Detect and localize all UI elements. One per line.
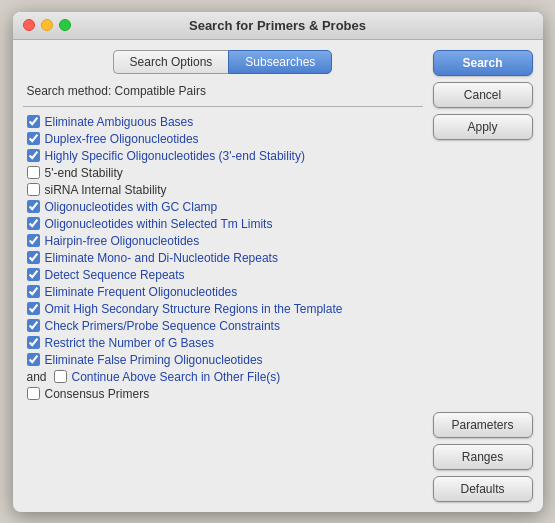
list-item: Eliminate Frequent Oligonucleotides	[27, 285, 423, 299]
checkbox-opt12[interactable]	[27, 302, 40, 315]
spacer	[433, 148, 533, 404]
list-item: 5'-end Stability	[27, 166, 423, 180]
list-item: and Continue Above Search in Other File(…	[27, 370, 423, 384]
search-method-label: Search method:	[27, 84, 112, 98]
option-label-opt9[interactable]: Eliminate Mono- and Di-Nucleotide Repeat…	[45, 251, 278, 265]
option-label-opt15[interactable]: Eliminate False Priming Oligonucleotides	[45, 353, 263, 367]
window-content: Search Options Subsearches Search method…	[13, 40, 543, 512]
option-label-opt17[interactable]: Consensus Primers	[45, 387, 150, 401]
and-prefix: and	[27, 370, 47, 384]
option-label-opt8[interactable]: Hairpin-free Oligonucleotides	[45, 234, 200, 248]
checkbox-opt8[interactable]	[27, 234, 40, 247]
titlebar: Search for Primers & Probes	[13, 12, 543, 40]
option-label-opt7[interactable]: Oligonucleotides within Selected Tm Limi…	[45, 217, 273, 231]
checkbox-opt17[interactable]	[27, 387, 40, 400]
list-item: Hairpin-free Oligonucleotides	[27, 234, 423, 248]
tab-bar: Search Options Subsearches	[23, 50, 423, 74]
option-label-opt3[interactable]: Highly Specific Oligonucleotides (3'-end…	[45, 149, 305, 163]
list-item: siRNA Internal Stability	[27, 183, 423, 197]
checkbox-opt4[interactable]	[27, 166, 40, 179]
list-item: Eliminate Ambiguous Bases	[27, 115, 423, 129]
list-item: Eliminate Mono- and Di-Nucleotide Repeat…	[27, 251, 423, 265]
apply-button[interactable]: Apply	[433, 114, 533, 140]
defaults-button[interactable]: Defaults	[433, 476, 533, 502]
list-item: Highly Specific Oligonucleotides (3'-end…	[27, 149, 423, 163]
checkbox-opt2[interactable]	[27, 132, 40, 145]
list-item: Restrict the Number of G Bases	[27, 336, 423, 350]
ranges-button[interactable]: Ranges	[433, 444, 533, 470]
list-item: Oligonucleotides with GC Clamp	[27, 200, 423, 214]
list-item: Duplex-free Oligonucleotides	[27, 132, 423, 146]
checkbox-opt1[interactable]	[27, 115, 40, 128]
divider	[23, 106, 423, 107]
close-button[interactable]	[23, 19, 35, 31]
cancel-button[interactable]: Cancel	[433, 82, 533, 108]
window-title: Search for Primers & Probes	[189, 18, 366, 33]
tab-subsearches[interactable]: Subsearches	[228, 50, 332, 74]
main-window: Search for Primers & Probes Search Optio…	[13, 12, 543, 512]
maximize-button[interactable]	[59, 19, 71, 31]
search-method-value: Compatible Pairs	[115, 84, 206, 98]
sidebar-top: Search Cancel Apply	[433, 50, 533, 140]
option-label-opt6[interactable]: Oligonucleotides with GC Clamp	[45, 200, 218, 214]
list-item: Oligonucleotides within Selected Tm Limi…	[27, 217, 423, 231]
parameters-button[interactable]: Parameters	[433, 412, 533, 438]
list-item: Eliminate False Priming Oligonucleotides	[27, 353, 423, 367]
option-label-opt11[interactable]: Eliminate Frequent Oligonucleotides	[45, 285, 238, 299]
checkbox-opt3[interactable]	[27, 149, 40, 162]
sidebar: Search Cancel Apply Parameters Ranges De…	[433, 50, 533, 502]
checkbox-opt16[interactable]	[54, 370, 67, 383]
checkbox-opt13[interactable]	[27, 319, 40, 332]
checkbox-opt14[interactable]	[27, 336, 40, 349]
minimize-button[interactable]	[41, 19, 53, 31]
checkbox-opt15[interactable]	[27, 353, 40, 366]
option-label-opt12[interactable]: Omit High Secondary Structure Regions in…	[45, 302, 343, 316]
option-label-opt5[interactable]: siRNA Internal Stability	[45, 183, 167, 197]
option-label-opt2[interactable]: Duplex-free Oligonucleotides	[45, 132, 199, 146]
checkbox-opt10[interactable]	[27, 268, 40, 281]
option-label-opt16[interactable]: Continue Above Search in Other File(s)	[72, 370, 281, 384]
option-label-opt14[interactable]: Restrict the Number of G Bases	[45, 336, 214, 350]
option-label-opt1[interactable]: Eliminate Ambiguous Bases	[45, 115, 194, 129]
search-method: Search method: Compatible Pairs	[23, 84, 423, 98]
tab-search-options[interactable]: Search Options	[113, 50, 229, 74]
main-panel: Search Options Subsearches Search method…	[23, 50, 423, 502]
checkbox-opt6[interactable]	[27, 200, 40, 213]
sidebar-bottom: Parameters Ranges Defaults	[433, 412, 533, 502]
option-label-opt10[interactable]: Detect Sequence Repeats	[45, 268, 185, 282]
search-button[interactable]: Search	[433, 50, 533, 76]
options-list: Eliminate Ambiguous Bases Duplex-free Ol…	[23, 115, 423, 401]
checkbox-opt5[interactable]	[27, 183, 40, 196]
list-item: Omit High Secondary Structure Regions in…	[27, 302, 423, 316]
checkbox-opt11[interactable]	[27, 285, 40, 298]
option-label-opt4[interactable]: 5'-end Stability	[45, 166, 123, 180]
option-label-opt13[interactable]: Check Primers/Probe Sequence Constraints	[45, 319, 280, 333]
traffic-lights	[23, 19, 71, 31]
list-item: Detect Sequence Repeats	[27, 268, 423, 282]
list-item: Consensus Primers	[27, 387, 423, 401]
checkbox-opt7[interactable]	[27, 217, 40, 230]
checkbox-opt9[interactable]	[27, 251, 40, 264]
list-item: Check Primers/Probe Sequence Constraints	[27, 319, 423, 333]
